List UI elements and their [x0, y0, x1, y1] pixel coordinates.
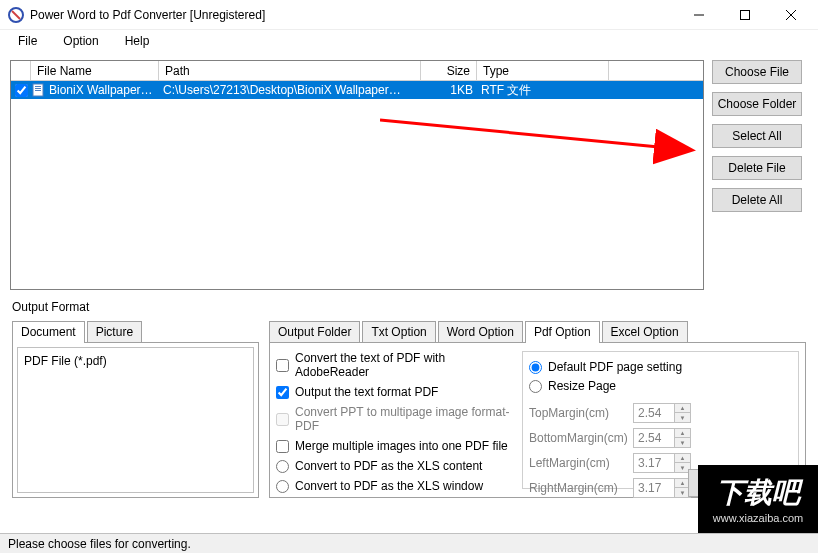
tab-txt-option[interactable]: Txt Option: [362, 321, 435, 343]
watermark-url: www.xiazaiba.com: [713, 512, 803, 524]
doc-item-pdf[interactable]: PDF File (*.pdf): [24, 354, 247, 368]
tab-picture[interactable]: Picture: [87, 321, 142, 343]
top-margin-input: [634, 404, 674, 422]
opt-default-pdf-page[interactable]: Default PDF page setting: [529, 360, 792, 374]
row-filename: BioniX Wallpaper…: [49, 83, 153, 97]
col-path[interactable]: Path: [159, 61, 421, 80]
tab-output-folder[interactable]: Output Folder: [269, 321, 360, 343]
tab-pdf-option[interactable]: Pdf Option: [525, 321, 600, 343]
file-table: File Name Path Size Type BioniX Wallpape…: [10, 60, 704, 290]
spin-down-icon: ▼: [675, 438, 690, 447]
row-type: RTF 文件: [477, 82, 609, 99]
opt-resize-page[interactable]: Resize Page: [529, 379, 792, 393]
delete-file-button[interactable]: Delete File: [712, 156, 802, 180]
table-row[interactable]: BioniX Wallpaper… C:\Users\27213\Desktop…: [11, 81, 703, 99]
doc-listbox[interactable]: PDF File (*.pdf): [17, 347, 254, 493]
row-path: C:\Users\27213\Desktop\BioniX Wallpaper…: [159, 83, 421, 97]
menu-file[interactable]: File: [6, 32, 49, 50]
delete-all-button[interactable]: Delete All: [712, 188, 802, 212]
right-margin-input: [634, 479, 674, 497]
opt-output-text-pdf[interactable]: Output the text format PDF: [276, 385, 516, 399]
window-title: Power Word to Pdf Converter [Unregistere…: [30, 8, 676, 22]
choose-folder-button[interactable]: Choose Folder: [712, 92, 802, 116]
spin-down-icon: ▼: [675, 413, 690, 422]
svg-rect-6: [35, 86, 41, 87]
svg-rect-8: [35, 90, 41, 91]
titlebar: Power Word to Pdf Converter [Unregistere…: [0, 0, 818, 30]
close-button[interactable]: [768, 0, 814, 30]
select-all-button[interactable]: Select All: [712, 124, 802, 148]
opt-convert-text-adobe[interactable]: Convert the text of PDF with AdobeReader: [276, 351, 516, 379]
file-icon: [31, 83, 47, 97]
status-text: Please choose files for converting.: [8, 537, 191, 551]
convert-button[interactable]: Convert: [688, 469, 788, 497]
table-header: File Name Path Size Type: [11, 61, 703, 81]
top-margin-row: TopMargin(cm) ▲▼: [529, 403, 792, 423]
tab-document[interactable]: Document: [12, 321, 85, 343]
menubar: File Option Help: [0, 30, 818, 52]
col-check[interactable]: [11, 61, 31, 80]
status-bar: Please choose files for converting.: [0, 533, 818, 553]
row-checkbox[interactable]: [15, 84, 28, 97]
maximize-button[interactable]: [722, 0, 768, 30]
col-size[interactable]: Size: [421, 61, 477, 80]
spin-up-icon: ▲: [675, 404, 690, 413]
tab-word-option[interactable]: Word Option: [438, 321, 523, 343]
menu-help[interactable]: Help: [113, 32, 162, 50]
choose-file-button[interactable]: Choose File: [712, 60, 802, 84]
svg-rect-7: [35, 88, 41, 89]
row-size: 1KB: [421, 83, 477, 97]
bottom-margin-row: BottomMargin(cm) ▲▼: [529, 428, 792, 448]
bottom-margin-input: [634, 429, 674, 447]
opt-merge-images[interactable]: Merge multiple images into one PDF file: [276, 439, 516, 453]
svg-rect-2: [741, 10, 750, 19]
spin-up-icon: ▲: [675, 429, 690, 438]
doc-tab-panel: PDF File (*.pdf): [12, 342, 259, 498]
output-format-label: Output Format: [12, 300, 806, 314]
menu-option[interactable]: Option: [51, 32, 110, 50]
app-icon: [8, 7, 24, 23]
opt-convert-ppt-multipage: Convert PPT to multipage image format-PD…: [276, 405, 516, 433]
minimize-button[interactable]: [676, 0, 722, 30]
col-filename[interactable]: File Name: [31, 61, 159, 80]
opt-convert-xls-content[interactable]: Convert to PDF as the XLS content: [276, 459, 516, 473]
opt-convert-xls-window[interactable]: Convert to PDF as the XLS window: [276, 479, 516, 493]
left-margin-input: [634, 454, 674, 472]
tab-excel-option[interactable]: Excel Option: [602, 321, 688, 343]
spin-up-icon: ▲: [675, 454, 690, 463]
col-type[interactable]: Type: [477, 61, 609, 80]
